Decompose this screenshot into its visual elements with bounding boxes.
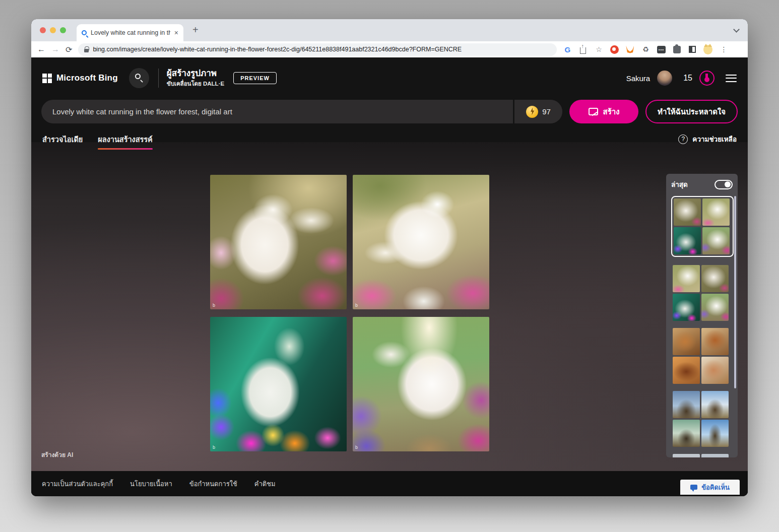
app-subtitle: ขับเคลื่อนโดย DALL·E [167, 79, 224, 88]
zoom-window-button[interactable] [60, 27, 66, 33]
history-group-white-cats-2[interactable] [673, 265, 731, 321]
url-text: bing.com/images/create/lovely-white-cat-… [93, 46, 462, 53]
feedback-button[interactable]: ข้อคิดเห็น [680, 480, 740, 495]
content-tabs: สำรวจไอเดีย ผลงานสร้างสรรค์ ? ความช่วยเห… [31, 123, 748, 150]
dark-reader-extension-icon[interactable] [689, 46, 696, 53]
recent-title: ล่าสุด [671, 179, 688, 190]
boost-credit-box: 97 [513, 100, 562, 123]
extensions-puzzle-icon[interactable] [673, 46, 681, 53]
browser-toolbar: ← → ⟳ bing.com/images/create/lovely-whit… [31, 41, 748, 57]
browser-menu-icon[interactable]: ⋮ [719, 45, 728, 54]
tab-strip: Lovely white cat running in the × + [31, 19, 748, 41]
history-thumb[interactable] [674, 198, 701, 226]
rewards-medal-icon[interactable] [699, 71, 715, 86]
create-image-icon [589, 108, 598, 115]
profile-avatar-icon[interactable] [703, 45, 712, 54]
history-thumb[interactable] [701, 454, 729, 457]
share-icon[interactable] [580, 47, 586, 54]
search-icon [135, 74, 141, 79]
toolbar-icons: G ☆ ♻ ••• ⋮ [563, 45, 728, 54]
tab-title: Lovely white cat running in the [91, 29, 170, 36]
forward-button[interactable]: → [51, 45, 59, 54]
bing-watermark: b [355, 445, 358, 450]
recycle-extension-icon[interactable]: ♻ [641, 45, 650, 54]
new-tab-button[interactable]: + [192, 24, 199, 36]
history-thumb[interactable] [701, 294, 729, 321]
recent-history-panel: ล่าสุด [666, 174, 738, 457]
footer-link-privacy[interactable]: ความเป็นส่วนตัวและคุกกี้ [42, 479, 113, 489]
address-bar[interactable]: bing.com/images/create/lovely-white-cat-… [78, 43, 557, 56]
help-question-icon: ? [678, 135, 688, 144]
screenshot-extension-icon[interactable]: ••• [657, 46, 666, 53]
page-footer: ความเป็นส่วนตัวและคุกกี้ นโยบายเนื้อหา ข… [31, 471, 748, 496]
reload-button[interactable]: ⟳ [66, 45, 72, 54]
history-thumb[interactable] [701, 357, 729, 384]
history-thumb[interactable] [673, 454, 700, 457]
history-group-temples[interactable] [673, 391, 731, 447]
preview-badge: PREVIEW [233, 72, 277, 84]
history-thumb[interactable] [701, 265, 729, 292]
history-thumb[interactable] [702, 227, 730, 254]
prompt-bar: 97 [41, 100, 562, 123]
footer-link-terms[interactable]: ข้อกำหนดการใช้ [189, 479, 237, 489]
prompt-input[interactable] [41, 100, 513, 123]
footer-link-content-policy[interactable]: นโยบายเนื้อหา [130, 479, 172, 489]
recent-toggle[interactable] [715, 180, 733, 189]
created-with-ai-label: สร้างด้วย AI [41, 450, 73, 459]
history-group-cityscape[interactable] [673, 454, 731, 457]
minimize-window-button[interactable] [50, 27, 56, 33]
browser-window: Lovely white cat running in the × + ← → … [31, 19, 748, 496]
tab-close-icon[interactable]: × [174, 29, 178, 37]
tab-creations[interactable]: ผลงานสร้างสรรค์ [98, 134, 153, 150]
history-group-white-cats-selected[interactable] [671, 196, 734, 257]
header-search-button[interactable] [129, 68, 149, 88]
boost-count: 15 [683, 74, 692, 83]
generated-image-grid: b b b b [210, 175, 489, 451]
header-divider [158, 69, 159, 88]
history-thumb[interactable] [701, 420, 729, 447]
microsoft-bing-logo-icon[interactable] [42, 74, 52, 83]
prompt-row: 97 สร้าง ทำให้ฉันประหลาดใจ [31, 99, 748, 123]
help-link[interactable]: ? ความช่วยเหลือ [678, 134, 737, 145]
bookmark-star-icon[interactable]: ☆ [594, 45, 603, 54]
metamask-extension-icon[interactable] [626, 46, 634, 53]
browser-tab[interactable]: Lovely white cat running in the × [77, 24, 183, 41]
back-button[interactable]: ← [37, 45, 45, 54]
surprise-me-button[interactable]: ทำให้ฉันประหลาดใจ [645, 100, 738, 123]
history-thumb[interactable] [673, 391, 700, 418]
generated-image-1[interactable]: b [210, 175, 347, 309]
history-thumb[interactable] [673, 420, 700, 447]
tab-list-chevron-icon[interactable] [733, 26, 740, 33]
history-thumb[interactable] [701, 391, 729, 418]
footer-link-feedback[interactable]: คำติชม [254, 479, 276, 489]
user-avatar[interactable] [657, 71, 672, 86]
google-extension-icon[interactable]: G [563, 45, 572, 54]
generated-image-3[interactable]: b [210, 317, 347, 451]
history-thumb[interactable] [701, 328, 729, 355]
app-header: Microsoft Bing ผู้สร้างรูปภาพ ขับเคลื่อน… [31, 57, 748, 99]
brand-name[interactable]: Microsoft Bing [56, 73, 118, 83]
history-thumb[interactable] [673, 265, 700, 292]
feedback-bubble-icon [690, 485, 697, 490]
history-thumb[interactable] [702, 198, 730, 226]
history-thumb[interactable] [673, 328, 700, 355]
tab-search-icon [82, 30, 87, 35]
user-name[interactable]: Sakura [626, 74, 651, 83]
sidebar-scrollbar[interactable] [734, 196, 736, 388]
hamburger-menu-icon[interactable] [726, 72, 737, 84]
generated-image-4[interactable]: b [353, 317, 489, 451]
bing-watermark: b [213, 303, 215, 308]
bing-image-creator-page: Microsoft Bing ผู้สร้างรูปภาพ ขับเคลื่อน… [31, 57, 748, 496]
boost-credit-count: 97 [542, 107, 551, 116]
lock-icon [84, 49, 89, 52]
app-title: ผู้สร้างรูปภาพ [167, 68, 224, 79]
create-button[interactable]: สร้าง [569, 100, 638, 123]
history-thumb[interactable] [673, 294, 700, 321]
tab-explore-ideas[interactable]: สำรวจไอเดีย [42, 134, 83, 150]
history-thumb[interactable] [674, 227, 701, 254]
generated-image-2[interactable]: b [353, 175, 489, 309]
history-thumb[interactable] [673, 357, 700, 384]
history-group-orange-cats[interactable] [673, 328, 731, 384]
close-window-button[interactable] [40, 27, 46, 33]
chat-extension-icon[interactable] [610, 45, 619, 54]
